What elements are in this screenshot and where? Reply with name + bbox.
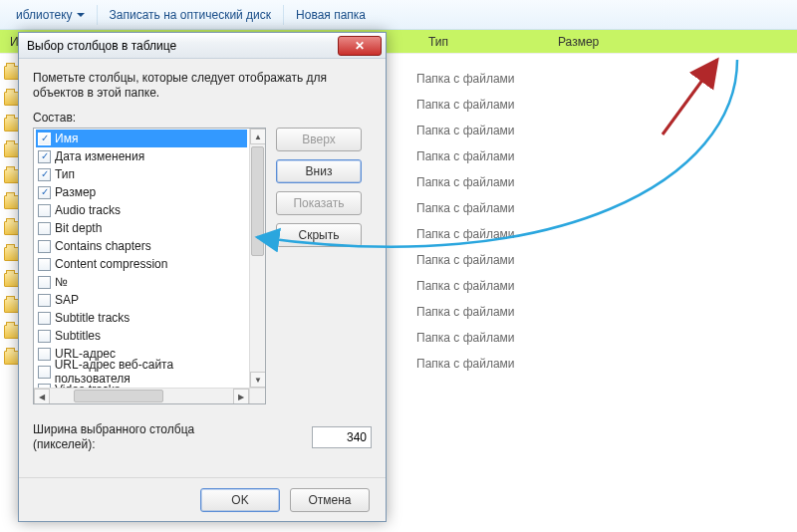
file-type-cell: Папка с файлами bbox=[416, 247, 515, 273]
file-type-cell: Папка с файлами bbox=[416, 273, 515, 299]
file-type-cell: Папка с файлами bbox=[416, 221, 515, 247]
checkbox[interactable] bbox=[38, 312, 51, 325]
list-label: Состав: bbox=[33, 111, 372, 125]
scroll-thumb[interactable] bbox=[251, 146, 264, 256]
column-width-input[interactable] bbox=[312, 426, 372, 448]
column-option-label: Subtitle tracks bbox=[55, 311, 130, 325]
scroll-up-arrow-icon[interactable]: ▲ bbox=[250, 129, 266, 144]
columns-listbox[interactable]: ✓Имя✓Дата изменения✓Тип✓РазмерAudio trac… bbox=[33, 128, 266, 404]
side-buttons: Вверх Вниз Показать Скрыть bbox=[276, 128, 362, 404]
column-option-row[interactable]: Subtitles bbox=[36, 327, 247, 345]
chevron-down-icon bbox=[77, 13, 85, 17]
column-option-label: Имя bbox=[55, 132, 78, 145]
toolbar-new-folder-label: Новая папка bbox=[296, 8, 366, 22]
column-option-row[interactable]: Bit depth bbox=[36, 219, 247, 237]
column-option-label: Размер bbox=[55, 185, 96, 199]
dialog-titlebar[interactable]: Выбор столбцов в таблице ✕ bbox=[19, 33, 386, 59]
column-option-label: Contains chapters bbox=[55, 239, 151, 253]
dialog-title: Выбор столбцов в таблице bbox=[27, 39, 176, 53]
file-type-cell: Папка с файлами bbox=[416, 66, 515, 92]
dialog-instruction: Пометьте столбцы, которые следует отобра… bbox=[33, 71, 372, 101]
toolbar-library-button[interactable]: иблиотеку bbox=[6, 4, 95, 26]
file-type-cell: Папка с файлами bbox=[416, 92, 515, 118]
column-header-size[interactable]: Размер bbox=[546, 35, 665, 49]
scroll-left-arrow-icon[interactable]: ◀ bbox=[34, 389, 50, 404]
column-option-row[interactable]: Content compression bbox=[36, 255, 247, 273]
move-down-button[interactable]: Вниз bbox=[276, 159, 362, 183]
checkbox[interactable] bbox=[38, 366, 51, 379]
file-type-cell: Папка с файлами bbox=[416, 143, 515, 169]
checkbox[interactable]: ✓ bbox=[38, 133, 51, 145]
column-option-label: Audio tracks bbox=[55, 203, 121, 217]
column-option-label: Bit depth bbox=[55, 221, 102, 235]
hide-button[interactable]: Скрыть bbox=[276, 223, 362, 247]
horizontal-scrollbar[interactable]: ◀ ▶ bbox=[34, 388, 249, 403]
toolbar-new-folder-button[interactable]: Новая папка bbox=[286, 4, 376, 26]
column-option-label: № bbox=[55, 275, 68, 289]
checkbox[interactable]: ✓ bbox=[38, 150, 51, 163]
close-icon: ✕ bbox=[355, 39, 365, 53]
file-type-column: Папка с файламиПапка с файламиПапка с фа… bbox=[416, 66, 515, 377]
column-option-row[interactable]: ✓Размер bbox=[36, 183, 247, 201]
close-button[interactable]: ✕ bbox=[338, 36, 382, 56]
column-option-row[interactable]: Contains chapters bbox=[36, 237, 247, 255]
file-type-cell: Папка с файлами bbox=[416, 325, 515, 351]
column-option-row[interactable]: ✓Дата изменения bbox=[36, 147, 247, 165]
file-type-cell: Папка с файлами bbox=[416, 118, 515, 143]
scroll-down-arrow-icon[interactable]: ▼ bbox=[250, 372, 266, 388]
checkbox[interactable] bbox=[38, 240, 51, 253]
column-width-label: Ширина выбранного столбца (пикселей): bbox=[33, 422, 222, 452]
column-option-label: URL-адрес веб-сайта пользователя bbox=[55, 358, 247, 386]
file-type-cell: Папка с файлами bbox=[416, 351, 515, 377]
column-option-label: Дата изменения bbox=[55, 149, 144, 163]
checkbox[interactable] bbox=[38, 348, 51, 361]
cancel-button[interactable]: Отмена bbox=[290, 488, 370, 512]
column-option-row[interactable]: ✓Тип bbox=[36, 165, 247, 183]
checkbox[interactable] bbox=[38, 294, 51, 307]
explorer-toolbar: иблиотеку Записать на оптический диск Но… bbox=[0, 0, 797, 30]
column-header-type[interactable]: Тип bbox=[416, 35, 546, 49]
toolbar-burn-label: Записать на оптический диск bbox=[110, 8, 272, 22]
scroll-thumb[interactable] bbox=[74, 390, 163, 402]
column-option-row[interactable]: № bbox=[36, 273, 247, 291]
show-button[interactable]: Показать bbox=[276, 191, 362, 215]
checkbox[interactable] bbox=[38, 276, 51, 289]
move-up-button[interactable]: Вверх bbox=[276, 128, 362, 151]
column-option-row[interactable]: Subtitle tracks bbox=[36, 309, 247, 327]
checkbox[interactable] bbox=[38, 222, 51, 235]
checkbox[interactable] bbox=[38, 258, 51, 271]
column-option-row[interactable]: ✓Имя bbox=[36, 130, 247, 147]
file-type-cell: Папка с файлами bbox=[416, 299, 515, 325]
toolbar-library-label: иблиотеку bbox=[16, 8, 73, 22]
file-type-cell: Папка с файлами bbox=[416, 195, 515, 221]
toolbar-burn-button[interactable]: Записать на оптический диск bbox=[100, 4, 282, 26]
column-option-label: Subtitles bbox=[55, 329, 101, 343]
column-option-row[interactable]: URL-адрес веб-сайта пользователя bbox=[36, 363, 247, 381]
scroll-right-arrow-icon[interactable]: ▶ bbox=[233, 389, 249, 404]
column-option-row[interactable]: SAP bbox=[36, 291, 247, 309]
toolbar-separator bbox=[283, 5, 284, 25]
file-type-cell: Папка с файлами bbox=[416, 169, 515, 195]
column-option-label: SAP bbox=[55, 293, 79, 307]
scrollbar-corner bbox=[249, 388, 265, 403]
checkbox[interactable]: ✓ bbox=[38, 168, 51, 181]
toolbar-separator bbox=[97, 5, 98, 25]
ok-button[interactable]: OK bbox=[200, 488, 280, 512]
column-option-row[interactable]: Audio tracks bbox=[36, 201, 247, 219]
checkbox[interactable] bbox=[38, 330, 51, 343]
dialog-footer: OK Отмена bbox=[19, 477, 386, 521]
choose-columns-dialog: Выбор столбцов в таблице ✕ Пометьте стол… bbox=[18, 32, 387, 522]
column-option-label: Content compression bbox=[55, 257, 167, 271]
vertical-scrollbar[interactable]: ▲ ▼ bbox=[249, 129, 265, 388]
checkbox[interactable] bbox=[38, 204, 51, 217]
column-option-label: Тип bbox=[55, 167, 75, 181]
checkbox[interactable]: ✓ bbox=[38, 186, 51, 199]
